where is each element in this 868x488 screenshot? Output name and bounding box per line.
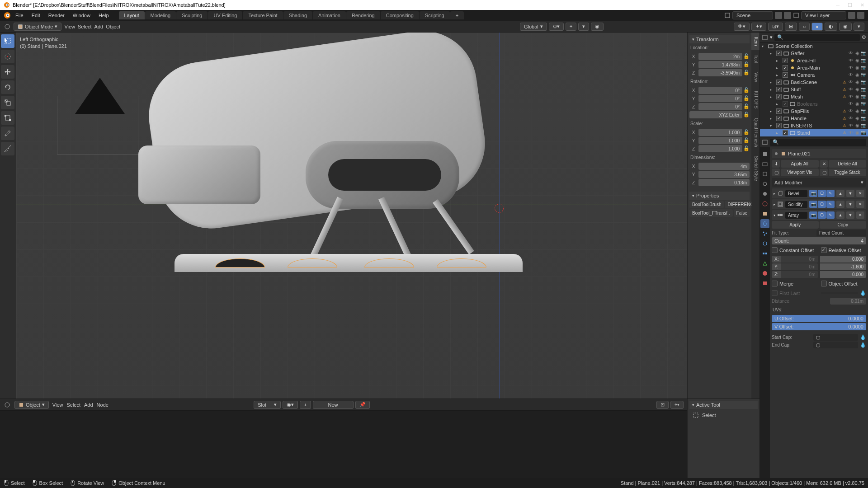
modifier-solidify[interactable]: ▸ Solidify 📷🖵✎ ▲ ▼ ✕ [772,199,866,209]
material-new-button[interactable]: New [313,401,354,409]
rot-x-field[interactable]: 0° [698,87,742,94]
outliner-row[interactable]: ▸Area-Fill👁◉📷 [760,57,868,64]
scene-new-icon[interactable] [775,12,782,19]
pivot-selector[interactable]: ⊙▾ [549,23,564,31]
u-offset-field[interactable]: U Offset:0.0000 [772,315,866,322]
toggle-stack-button[interactable]: Toggle Stack [829,169,867,176]
end-cap-field[interactable]: ▢ [813,342,859,348]
dim-y-field[interactable]: 3.65m [698,171,750,178]
tool-cursor[interactable] [1,50,14,63]
tool-transform[interactable] [1,111,14,125]
close-button[interactable]: ✕ [860,2,864,8]
viewport-vis-button[interactable]: Viewport Vis [781,169,819,176]
scale-y-field[interactable]: 1.000 [698,137,742,144]
modifier-array[interactable]: ▾ Array 📷🖵✎ ▲ ▼ ✕ [772,210,866,220]
menu-edit[interactable]: Edit [28,11,44,19]
prop-tab-scene[interactable] [760,189,769,198]
properties-search[interactable]: 🔍 [770,139,866,146]
node-add-menu[interactable]: Add [84,402,93,408]
transform-panel-header[interactable]: Transform [689,35,750,43]
slot-selector[interactable]: Slot▾ [254,401,281,409]
prop-tab-material[interactable] [760,269,769,278]
viewport-3d[interactable]: Left Orthographic (0) Stand | Plane.021 [16,33,687,399]
delete-all-button[interactable]: Delete All [829,160,867,168]
outliner-row[interactable]: ▸Stand⚠👁◉📷 [760,129,868,136]
prop-tab-physics[interactable] [760,239,769,248]
props-type-icon[interactable] [762,139,768,145]
menu-window[interactable]: Window [69,11,94,19]
node-node-menu[interactable]: Node [97,402,108,408]
vis-icon-button[interactable]: ▢ [772,169,780,176]
workspace-modeling[interactable]: Modeling [145,11,176,19]
n-tab-quadremesh[interactable]: Quad Remesh [751,113,760,151]
mod-remove-icon[interactable]: ✕ [856,211,864,219]
material-browse[interactable]: ◉▾ [283,401,298,409]
shading-solid[interactable]: ● [811,23,823,31]
minimize-button[interactable]: ─ [836,2,840,8]
outliner-type-icon[interactable] [762,34,768,41]
workspace-scripting[interactable]: Scripting [420,11,450,19]
node-options[interactable]: ⊡ [656,401,669,409]
v-offset-field[interactable]: V Offset:0.0000 [772,323,866,330]
mod-down-icon[interactable]: ▼ [846,201,854,208]
prop-tab-texture[interactable] [760,279,769,288]
workspace-layout[interactable]: Layout [119,11,145,19]
obj-offset-checkbox[interactable] [821,281,827,286]
mod-up-icon[interactable]: ▲ [836,201,844,208]
editor-type-icon[interactable] [4,23,11,30]
shading-options[interactable]: ▾ [854,23,864,31]
lock-icon[interactable]: 🔓 [743,103,750,110]
delete-icon-button[interactable]: ✕ [820,160,828,168]
snap-selector[interactable]: ▾ [578,23,589,31]
n-tab-sketchstyle[interactable]: Sketch Style [751,151,760,186]
rot-y-field[interactable]: 0° [698,95,742,102]
eyedropper-icon[interactable]: 💧 [860,342,866,348]
prop-tab-object[interactable] [760,209,769,218]
workspace-uv[interactable]: UV Editing [208,11,242,19]
shading-rendered[interactable]: ◉ [839,23,852,31]
mod-up-icon[interactable]: ▲ [836,211,844,219]
prop-tab-constraints[interactable] [760,249,769,258]
outliner-row[interactable]: ▸Stuff⚠👁◉📷 [760,86,868,93]
mod-down-icon[interactable]: ▼ [846,211,854,219]
prop-tab-data[interactable] [760,259,769,268]
n-tab-view[interactable]: View [751,68,760,87]
workspace-shading[interactable]: Shading [283,11,312,19]
node-editor-icon[interactable] [4,401,11,408]
dim-z-field[interactable]: 0.13m [698,179,750,186]
lock-icon[interactable]: 🔓 [743,53,750,60]
snap-toggle[interactable]: ⌖ [566,23,576,31]
workspace-compositing[interactable]: Compositing [381,11,419,19]
menu-render[interactable]: Render [45,11,68,19]
view-menu[interactable]: View [64,24,75,29]
overlay-toggle[interactable]: ⊡▾ [768,23,783,31]
booltool-brush-value[interactable]: DIFFERENCE [725,201,751,208]
toggle-icon-button[interactable]: ▢ [820,169,828,176]
node-view-menu[interactable]: View [52,402,63,408]
outliner-mode-icon[interactable]: ▾ [770,34,773,40]
workspace-add[interactable]: + [450,11,464,19]
mode-selector[interactable]: Object Mode ▾ [14,23,61,31]
outliner-search[interactable]: 🔍 [774,34,860,41]
lock-icon[interactable]: 🔓 [743,137,750,144]
mod-remove-icon[interactable]: ✕ [856,201,864,208]
outliner-row[interactable]: ▸Mesh⚠👁◉📷 [760,93,868,100]
prop-tab-render[interactable] [760,160,769,169]
rel-offset-checkbox[interactable] [821,247,827,253]
shading-wireframe[interactable]: ○ [799,23,810,31]
maximize-button[interactable]: ☐ [848,2,852,8]
node-select-menu[interactable]: Select [66,402,80,408]
outliner-row[interactable]: ▸Handle⚠👁◉📷 [760,115,868,122]
dim-x-field[interactable]: 4m [698,163,750,170]
select-menu[interactable]: Select [78,24,92,29]
tool-measure[interactable] [1,142,14,155]
lock-icon[interactable]: 🔓 [743,95,750,102]
mod-edit-icon[interactable]: ✎ [826,190,835,197]
mod-remove-icon[interactable]: ✕ [856,190,864,197]
lock-icon[interactable]: 🔓 [743,145,750,152]
n-tab-tool[interactable]: Tool [751,50,760,67]
tool-annotate[interactable] [1,127,14,140]
count-field[interactable]: Count:4 [772,237,866,244]
mod-render-icon[interactable]: 📷 [809,201,817,208]
outliner-row[interactable]: ▸Camera👁◉📷 [760,71,868,79]
